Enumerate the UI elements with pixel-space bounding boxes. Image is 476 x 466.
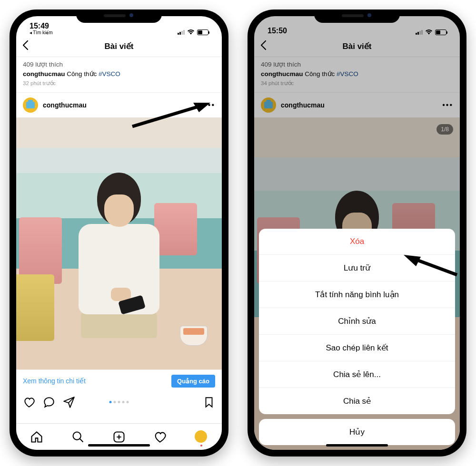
- post-header: congthucmau •••: [16, 93, 222, 117]
- sheet-edit[interactable]: Chỉnh sửa: [259, 308, 455, 334]
- screen-left: 15:49 ◂ Tìm kiếm Bài viết 409 lượt thích…: [16, 16, 222, 450]
- ad-detail-link[interactable]: Xem thông tin chi tiết: [23, 377, 86, 385]
- like-icon[interactable]: [23, 396, 35, 408]
- likes-count: 409 lượt thích: [23, 60, 215, 69]
- comment-icon[interactable]: [43, 396, 55, 408]
- cell-signal-icon: [178, 30, 185, 35]
- tab-profile[interactable]: [195, 430, 208, 444]
- action-sheet-panel: Xóa Lưu trữ Tắt tính năng bình luận Chỉn…: [259, 229, 455, 414]
- tab-search[interactable]: [71, 430, 85, 444]
- tab-add-post[interactable]: [112, 430, 126, 444]
- sheet-delete[interactable]: Xóa: [259, 229, 455, 254]
- back-to-search[interactable]: ◂ Tìm kiếm: [30, 30, 53, 35]
- hashtag-link[interactable]: #VSCO: [99, 70, 120, 78]
- svg-point-2: [73, 432, 80, 439]
- nav-header: Bài viết: [16, 36, 222, 57]
- device-notch: [76, 10, 162, 23]
- sheet-copy-link[interactable]: Sao chép liên kết: [259, 334, 455, 361]
- home-indicator[interactable]: [88, 444, 150, 447]
- avatar[interactable]: [23, 97, 38, 113]
- status-time: 15:49: [30, 22, 49, 30]
- sheet-disable-comments[interactable]: Tắt tính năng bình luận: [259, 281, 455, 308]
- home-indicator[interactable]: [326, 444, 388, 447]
- share-icon[interactable]: [63, 396, 75, 408]
- caption-username[interactable]: congthucmau: [23, 70, 65, 78]
- post-caption: congthucmau Công thức #VSCO: [23, 69, 215, 79]
- wifi-icon: [187, 29, 195, 35]
- action-sheet: Xóa Lưu trữ Tắt tính năng bình luận Chỉn…: [259, 229, 455, 445]
- svg-line-3: [79, 438, 83, 442]
- battery-icon: [197, 29, 208, 35]
- screen-right: 15:50 Bài viết 409 lượt thích congthucma…: [254, 16, 460, 450]
- page-title: Bài viết: [104, 41, 133, 51]
- save-icon[interactable]: [203, 396, 215, 408]
- post-username[interactable]: congthucmau: [43, 101, 87, 109]
- caption-text: Công thức: [67, 70, 97, 78]
- back-button[interactable]: [22, 40, 29, 53]
- previous-post-meta: 409 lượt thích congthucmau Công thức #VS…: [16, 57, 222, 93]
- tab-activity[interactable]: [153, 430, 167, 444]
- phone-frame-right: 15:50 Bài viết 409 lượt thích congthucma…: [248, 10, 466, 456]
- tab-home[interactable]: [30, 430, 43, 444]
- sheet-share-to[interactable]: Chia sẻ lên...: [259, 361, 455, 388]
- post-time: 32 phút trước: [23, 79, 215, 87]
- back-to-search-label: Tìm kiếm: [33, 30, 53, 35]
- device-notch: [314, 10, 400, 23]
- sheet-cancel[interactable]: Hủy: [259, 419, 455, 445]
- post-image[interactable]: [16, 117, 222, 369]
- carousel-pagination: [109, 401, 129, 403]
- ad-cta-button[interactable]: Quảng cáo: [171, 375, 215, 388]
- post-actions: [16, 392, 222, 412]
- more-options-button[interactable]: •••: [204, 101, 215, 109]
- sheet-archive[interactable]: Lưu trữ: [259, 254, 455, 281]
- ad-row: Xem thông tin chi tiết Quảng cáo: [16, 369, 222, 392]
- sheet-share[interactable]: Chia sẻ: [259, 388, 455, 414]
- phone-frame-left: 15:49 ◂ Tìm kiếm Bài viết 409 lượt thích…: [10, 10, 228, 456]
